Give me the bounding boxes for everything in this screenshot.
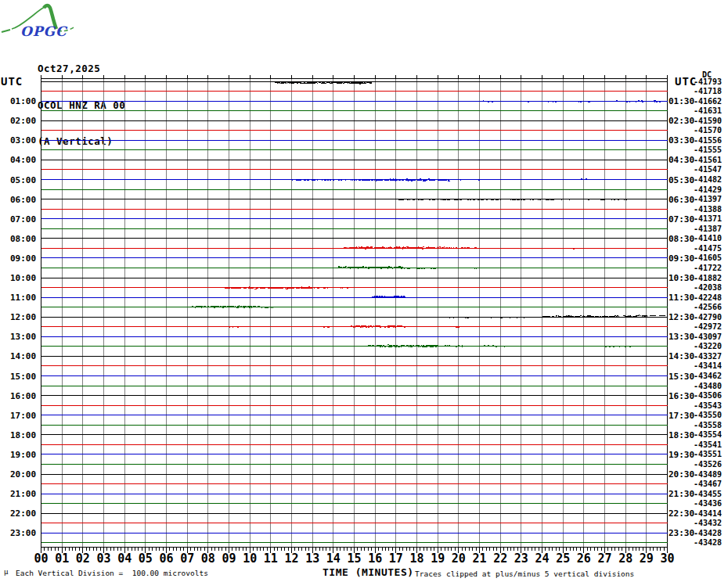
trace-noise-dot [643, 101, 645, 102]
trace-noise-dot [596, 101, 597, 102]
trace-noise-dot [478, 179, 479, 180]
trace-noise-dot [301, 288, 302, 289]
trace-noise-dot [547, 317, 548, 318]
trace-noise-dot [233, 288, 235, 289]
trace-noise-dot [533, 199, 534, 200]
trace-noise-dot [369, 326, 371, 327]
trace-noise-dot [402, 179, 404, 180]
trace-noise-dot [265, 307, 266, 308]
trace-noise-dot [221, 306, 222, 307]
trace-noise-dot [414, 346, 416, 347]
trace-noise-dot [308, 81, 309, 82]
trace-noise-dot [437, 268, 438, 268]
trace-noise-dot [539, 101, 541, 102]
trace-noise-dot [658, 101, 659, 102]
trace-noise-dot [395, 267, 395, 268]
trace-noise-dot [376, 179, 377, 180]
trace-noise-dot [428, 247, 430, 248]
trace-noise-dot [345, 82, 346, 83]
trace-noise-dot [661, 101, 661, 102]
trace-noise-dot [451, 317, 452, 318]
trace-noise-dot [419, 268, 420, 268]
trace-noise-dot [588, 102, 590, 102]
dc-value-label: -41387 [694, 225, 722, 233]
trace-noise-dot [347, 268, 348, 268]
trace-noise-dot [346, 82, 347, 83]
dc-value-label: -41410 [694, 235, 722, 242]
trace-noise-dot [298, 82, 299, 83]
trace-noise-dot [603, 317, 604, 318]
trace-noise-dot [369, 325, 371, 326]
trace-noise-dot [362, 180, 362, 181]
trace-noise-dot [347, 288, 348, 289]
dc-value-label: -41561 [694, 156, 722, 164]
left-time-label: 11:00 [10, 293, 36, 302]
trace-noise-dot [366, 82, 368, 83]
trace-noise-dot [254, 289, 257, 289]
trace-noise-dot [360, 82, 362, 83]
trace-noise-dot [529, 101, 531, 102]
trace-noise-dot [338, 266, 340, 267]
trace-noise-dot [389, 326, 391, 327]
trace-noise-dot [225, 287, 226, 288]
helicorder-page: OPGC Oct27,2025 OCOL HNZ RA 00 (A Vertic… [0, 0, 728, 582]
trace-noise-dot [372, 180, 373, 181]
trace-noise-dot [244, 287, 245, 288]
trace-noise-dot [549, 316, 550, 317]
trace-noise-dot [398, 267, 400, 268]
trace-noise-dot [618, 199, 619, 200]
trace-noise-dot [656, 101, 657, 102]
left-time-label: 04:00 [10, 156, 36, 164]
trace-noise-dot [467, 247, 468, 248]
trace-noise-dot [551, 101, 552, 102]
trace-noise-dot [359, 268, 361, 268]
right-time-label: 21:30 [669, 490, 694, 498]
trace-noise-dot [340, 83, 341, 84]
trace-noise-dot [428, 297, 429, 298]
trace-noise-dot [624, 199, 625, 200]
trace-noise-dot [470, 199, 471, 200]
trace-noise-dot [377, 326, 380, 327]
trace-noise-dot [485, 199, 487, 199]
trace-noise-dot [491, 199, 492, 200]
trace-noise-dot [423, 268, 425, 269]
trace-noise-dot [474, 346, 476, 347]
trace-noise-dot [286, 82, 287, 83]
trace-noise-dot [293, 288, 294, 289]
trace-noise-dot [313, 179, 315, 180]
trace-noise-dot [520, 101, 521, 102]
trace-noise-dot [225, 307, 227, 307]
trace-noise-dot [288, 288, 289, 289]
trace-noise-dot [564, 316, 565, 317]
trace-noise-dot [442, 199, 444, 200]
trace-noise-dot [631, 101, 632, 102]
trace-noise-dot [661, 315, 662, 316]
trace-noise-dot [373, 179, 374, 180]
right-time-label: 22:30 [669, 509, 694, 518]
trace-noise-dot [285, 288, 286, 289]
trace-noise-dot [655, 315, 656, 316]
trace-noise-dot [431, 248, 431, 249]
trace-noise-dot [355, 326, 357, 327]
trace-noise-dot [393, 296, 394, 297]
trace-noise-dot [394, 325, 395, 326]
dc-value-label: -43097 [694, 333, 722, 341]
trace-noise-dot [580, 102, 582, 102]
trace-noise-dot [358, 81, 359, 82]
trace-noise-dot [376, 326, 377, 327]
trace-noise-dot [442, 346, 444, 347]
right-time-label: 08:30 [669, 235, 694, 243]
trace-noise-dot [380, 267, 380, 268]
trace-noise-dot [479, 317, 481, 318]
trace-noise-dot [465, 346, 466, 347]
trace-noise-dot [406, 268, 407, 268]
trace-noise-dot [381, 247, 383, 248]
trace-noise-dot [369, 247, 369, 248]
trace-noise-dot [622, 317, 623, 318]
trace-noise-dot [409, 199, 410, 199]
trace-noise-dot [211, 306, 212, 307]
left-time-label: 02:00 [10, 117, 36, 125]
trace-noise-dot [310, 287, 311, 288]
trace-noise-dot [261, 307, 262, 308]
trace-noise-dot [420, 178, 421, 179]
